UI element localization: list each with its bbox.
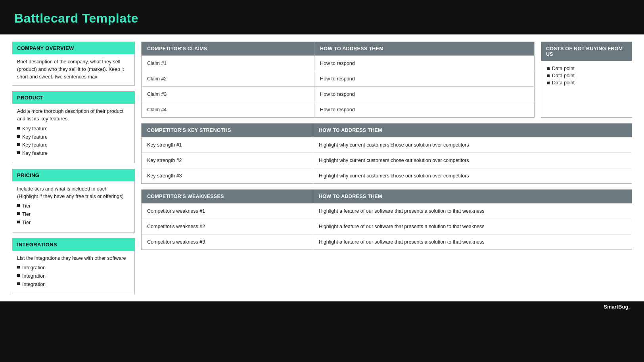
strength-response-cell: Highlight why current customers chose ou… xyxy=(313,168,632,184)
list-item: Integration xyxy=(17,281,130,288)
list-item: Key feature xyxy=(17,133,130,141)
costs-header: COSTS OF NOT BUYING FROM US xyxy=(541,42,632,61)
table-row: Claim #2How to respond xyxy=(142,71,535,87)
integrations-body: List the integrations they have with oth… xyxy=(12,251,134,294)
list-item-text: Key feature xyxy=(22,150,48,157)
bullet-icon xyxy=(547,67,550,70)
table-row: Competitor's weakness #3Highlight a feat… xyxy=(142,234,632,250)
bullet-icon xyxy=(17,135,20,138)
bullet-icon xyxy=(17,127,20,130)
top-right-section: COMPETITOR'S CLAIMS HOW TO ADDRESS THEM … xyxy=(141,42,632,118)
strengths-col1-header: COMPETITOR'S KEY STRENGTHS xyxy=(142,124,313,137)
bullet-icon xyxy=(17,143,20,146)
pricing-header: Pricing xyxy=(12,169,134,181)
integrations-header: Integrations xyxy=(12,238,134,251)
claim-cell: Claim #1 xyxy=(142,56,314,71)
brand-name: SmartBug. xyxy=(604,304,630,310)
product-header: Product xyxy=(12,91,134,104)
list-item: Key feature xyxy=(17,125,130,133)
page-title: Battlecard Template xyxy=(14,11,630,26)
how-to-respond-cell: How to respond xyxy=(314,71,535,87)
table-row: Key strength #2Highlight why current cus… xyxy=(142,153,632,168)
page-footer: SmartBug. xyxy=(0,301,644,312)
table-row: Claim #3How to respond xyxy=(142,87,535,102)
list-item: Integration xyxy=(17,272,130,280)
product-body: Add a more thorough description of their… xyxy=(12,104,134,163)
company-overview-header: Company Overview xyxy=(12,42,134,54)
list-item-text: Integration xyxy=(22,264,46,272)
strengths-table: COMPETITOR'S KEY STRENGTHS HOW TO ADDRES… xyxy=(141,123,632,184)
costs-list: Data pointData pointData point xyxy=(547,66,626,86)
company-overview-body: Brief description of the company, what t… xyxy=(12,54,134,85)
how-to-respond-cell: How to respond xyxy=(314,87,535,102)
strength-cell: Key strength #1 xyxy=(142,137,313,153)
table-row: Key strength #1Highlight why current cus… xyxy=(142,137,632,153)
bullet-icon xyxy=(17,212,20,215)
bullet-icon xyxy=(17,266,20,269)
bullet-icon xyxy=(17,151,20,154)
list-item-text: Integration xyxy=(22,281,46,288)
list-item: Tier xyxy=(17,202,130,210)
weakness-cell: Competitor's weakness #3 xyxy=(142,234,313,250)
product-description: Add a more thorough description of their… xyxy=(17,108,130,123)
bullet-icon xyxy=(17,204,20,207)
costs-box: COSTS OF NOT BUYING FROM US Data pointDa… xyxy=(541,42,632,118)
list-item-text: Key feature xyxy=(22,125,48,133)
cost-item-text: Data point xyxy=(552,73,575,78)
list-item: Key feature xyxy=(17,141,130,149)
claim-cell: Claim #2 xyxy=(142,71,314,87)
strength-cell: Key strength #2 xyxy=(142,153,313,168)
bullet-icon xyxy=(17,282,20,285)
weakness-response-cell: Highlight a feature of our software that… xyxy=(313,234,632,250)
cost-item-text: Data point xyxy=(552,80,575,86)
list-item-text: Key feature xyxy=(22,133,48,141)
list-item: Tier xyxy=(17,219,130,227)
table-row: Competitor's weakness #2Highlight a feat… xyxy=(142,219,632,234)
integrations-list: IntegrationIntegrationIntegration xyxy=(17,264,130,288)
list-item-text: Key feature xyxy=(22,141,48,149)
claims-col2-header: HOW TO ADDRESS THEM xyxy=(314,42,535,56)
list-item: Data point xyxy=(547,73,626,78)
integrations-description: List the integrations they have with oth… xyxy=(17,255,130,262)
cost-item-text: Data point xyxy=(552,66,575,71)
list-item: Data point xyxy=(547,66,626,71)
main-content: Company OverviewBrief description of the… xyxy=(0,34,644,301)
strength-response-cell: Highlight why current customers chose ou… xyxy=(313,137,632,153)
left-section-company-overview: Company OverviewBrief description of the… xyxy=(12,42,135,86)
bullet-icon xyxy=(547,82,550,84)
strengths-col2-header: HOW TO ADDRESS THEM xyxy=(313,124,632,137)
weaknesses-section: COMPETITOR'S WEAKNESSES HOW TO ADDRESS T… xyxy=(141,189,632,250)
pricing-body: Include tiers and what is included in ea… xyxy=(12,181,134,232)
weakness-cell: Competitor's weakness #2 xyxy=(142,219,313,234)
weaknesses-table: COMPETITOR'S WEAKNESSES HOW TO ADDRESS T… xyxy=(141,189,632,250)
pricing-list: TierTierTier xyxy=(17,202,130,226)
bullet-icon xyxy=(17,221,20,223)
how-to-respond-cell: How to respond xyxy=(314,102,535,118)
claim-cell: Claim #4 xyxy=(142,102,314,118)
list-item: Tier xyxy=(17,211,130,218)
weakness-cell: Competitor's weakness #1 xyxy=(142,204,313,219)
company-overview-description: Brief description of the company, what t… xyxy=(17,58,130,80)
product-list: Key featureKey featureKey featureKey fea… xyxy=(17,125,130,157)
left-column: Company OverviewBrief description of the… xyxy=(12,42,135,294)
left-section-pricing: PricingInclude tiers and what is include… xyxy=(12,169,135,232)
list-item-text: Tier xyxy=(22,219,31,227)
pricing-description: Include tiers and what is included in ea… xyxy=(17,185,130,200)
left-section-integrations: IntegrationsList the integrations they h… xyxy=(12,238,135,294)
strengths-section: COMPETITOR'S KEY STRENGTHS HOW TO ADDRES… xyxy=(141,123,632,184)
bullet-icon xyxy=(547,74,550,77)
table-row: Key strength #3Highlight why current cus… xyxy=(142,168,632,184)
page-header: Battlecard Template xyxy=(0,0,644,34)
left-section-product: ProductAdd a more thorough description o… xyxy=(12,91,135,163)
weakness-response-cell: Highlight a feature of our software that… xyxy=(313,204,632,219)
right-column: COMPETITOR'S CLAIMS HOW TO ADDRESS THEM … xyxy=(141,42,632,255)
list-item: Key feature xyxy=(17,150,130,157)
strength-cell: Key strength #3 xyxy=(142,168,313,184)
costs-body: Data pointData pointData point xyxy=(541,61,632,92)
claims-col1-header: COMPETITOR'S CLAIMS xyxy=(142,42,314,56)
claims-table-wrap: COMPETITOR'S CLAIMS HOW TO ADDRESS THEM … xyxy=(141,42,535,118)
list-item-text: Tier xyxy=(22,211,31,218)
table-row: Claim #1How to respond xyxy=(142,56,535,71)
list-item-text: Integration xyxy=(22,272,46,280)
claims-table: COMPETITOR'S CLAIMS HOW TO ADDRESS THEM … xyxy=(141,42,535,118)
